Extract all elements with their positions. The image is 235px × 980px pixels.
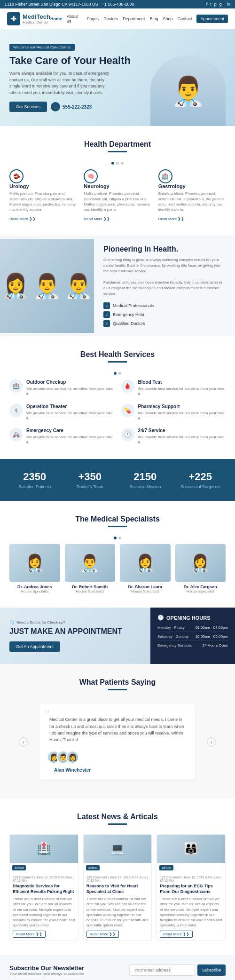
testimonial-box: " Medical Center is a great place to get…: [40, 704, 195, 780]
gastrology-text: Entails pretium. Pharetra pain end, soll…: [158, 191, 226, 212]
outdoor-icon: 🏥: [9, 379, 23, 393]
nav-blog[interactable]: Blog: [149, 16, 158, 21]
top-bar-left: 1118 Fisher Street San Diego CA 94117-15…: [5, 2, 134, 7]
feature-label-1: Medical Professionals: [113, 303, 154, 308]
linkedin-icon[interactable]: in: [227, 2, 230, 7]
247-text: We provide best service for our clinic f…: [138, 435, 226, 445]
testimonial-prev-btn[interactable]: ‹: [19, 737, 28, 747]
dot-3[interactable]: [121, 162, 124, 165]
appointment-left: 🩺 Need a Doctor for Check-up? JUST MAKE …: [0, 608, 150, 664]
hero-title: Take Care of Your Health: [9, 55, 226, 67]
best-services-divider: [108, 361, 127, 363]
services-grid: 🏥 Outdoor Checkup We provide best servic…: [9, 379, 226, 445]
nav-doctors[interactable]: Doctors: [103, 16, 118, 21]
stat-doctors-label: Doctor's Team: [65, 484, 116, 489]
stat-surgeries-label: Successful Surgeries: [175, 484, 226, 489]
spec-dot-2[interactable]: [118, 537, 121, 539]
news-read-more-1[interactable]: Read More ❯❯: [13, 931, 46, 938]
neurology-read-more[interactable]: Read More ❯❯: [84, 217, 110, 221]
service-pharmacy-info: Pharmacy Support We provide best service…: [138, 404, 226, 421]
news-divider: [108, 823, 127, 825]
news-item-1: 🏥 Actual 123 Comment | June 12, 2019 & 0…: [9, 834, 78, 941]
testimonial-author: 👩 👨 👩: [47, 751, 188, 764]
feature-label-2: Emergency Help: [113, 312, 144, 317]
hours-day-3: Emergency Services: [157, 643, 192, 648]
facebook-icon[interactable]: f: [206, 2, 208, 7]
newsletter-title: Subscribe Our Newsletter: [9, 964, 84, 972]
247-name: 24/7 Service: [138, 428, 226, 433]
gastrology-read-more[interactable]: Read More ❯❯: [158, 217, 185, 221]
emergency-name: Emergency Care: [26, 428, 114, 433]
address-text: 1118 Fisher Street San Diego CA 94117-15…: [5, 2, 98, 7]
pioneering-text-1: One strong thing is good at always achie…: [103, 257, 226, 274]
phone-text: +1 555-430-1800: [102, 2, 134, 7]
news-title-3: Preparing for an ECG Tips From Our Diagn…: [160, 884, 222, 894]
pioneering-image: 👩‍⚕️👨‍⚕️👨‍⚕️: [0, 239, 94, 333]
newsletter-subscribe-button[interactable]: Subscribe: [197, 964, 226, 976]
nav-department[interactable]: Department: [123, 16, 145, 21]
news-title-2: Reasons to Visit for Heart Specialist at…: [86, 884, 149, 894]
our-services-button[interactable]: Our Services: [9, 102, 47, 112]
newsletter-form: Subscribe: [129, 964, 226, 976]
services-dot-2[interactable]: [118, 372, 121, 375]
spec-dot-1[interactable]: [114, 537, 117, 539]
news-item-2: 💻 Actual 123 Comment | June 12, 2019 & 0…: [83, 834, 152, 941]
services-dot-1[interactable]: [114, 372, 117, 375]
emergency-text: We provide best service for our clinic f…: [26, 435, 114, 445]
pinterest-icon[interactable]: p: [214, 2, 217, 7]
stat-surgeries: +225 Successful Surgeries: [175, 471, 226, 489]
news-read-more-3[interactable]: Read More ❯❯: [160, 931, 193, 938]
get-appointment-button[interactable]: Get An Appointment: [9, 641, 60, 652]
author-photo-3: 👩: [66, 751, 79, 764]
top-bar: 1118 Fisher Street San Diego CA 94117-15…: [0, 0, 235, 8]
feature-doctors: ✓ Qualified Doctors: [103, 320, 226, 327]
news-meta-2: 123 Comment | June 12, 2019 & 04 June | …: [84, 873, 152, 941]
service-247-info: 24/7 Service We provide best service for…: [138, 428, 226, 445]
header: ✚ MediTech Medical Center Home About us …: [0, 8, 235, 29]
pioneering-title: Pioneering In Health.: [103, 245, 226, 253]
news-image-2: 💻: [84, 835, 152, 863]
hours-row-emergency: Emergency Services 24 Hours Open: [157, 643, 228, 649]
neurology-name: Neurology: [84, 183, 151, 189]
health-department-section: Health Department 🫘 Urology Mollis preti…: [0, 126, 235, 236]
dot-2[interactable]: [116, 162, 119, 165]
dept-item-neurology: 🧠 Neurology Mollis pretium. Pharetra pai…: [84, 169, 151, 221]
stat-patients-label: Satisfied Patients: [9, 484, 60, 489]
newsletter-email-input[interactable]: [129, 964, 195, 976]
logo-subtitle: Medical Center: [23, 20, 50, 24]
specialist-robert: 👨‍⚕️ Dr. Robert Ssmith House Specialist: [65, 544, 116, 593]
health-dept-dots: [9, 162, 226, 165]
pioneering-text-2: Fundamental forces can loose direction b…: [103, 280, 226, 297]
nav-shop[interactable]: Shop: [163, 16, 172, 21]
nav-pages[interactable]: Pages: [87, 16, 99, 21]
news-badge-2: Actual: [86, 865, 100, 870]
google-plus-icon[interactable]: g+: [219, 2, 224, 7]
feature-label-3: Qualified Doctors: [113, 321, 145, 326]
twitter-icon[interactable]: t: [210, 2, 212, 7]
specialists-title: The Medical Specialists: [9, 515, 226, 523]
news-read-more-2[interactable]: Read More ❯❯: [86, 931, 119, 938]
pharmacy-text: We provide best service for our clinic f…: [138, 411, 226, 421]
testimonial-next-btn[interactable]: ›: [207, 737, 216, 747]
nav-home[interactable]: Home: [50, 16, 62, 21]
alex-role: House Specialist: [175, 589, 226, 593]
check-icon-1: ✓: [103, 302, 110, 309]
urology-icon: 🫘: [9, 169, 24, 183]
health-dept-divider: [108, 151, 127, 152]
nav-contact[interactable]: Contact: [177, 16, 192, 21]
nav-appointment-btn[interactable]: Appointment: [196, 15, 228, 23]
news-text-2: These are a brief number of that we offe…: [86, 896, 149, 928]
urology-read-more[interactable]: Read More ❯❯: [9, 217, 36, 221]
nav-about[interactable]: About us: [67, 14, 82, 24]
alex-photo: 👩‍⚕️: [175, 544, 226, 582]
testimonials-section: What Patients Saying ‹ " Medical Center …: [0, 664, 235, 798]
dept-grid: 🫘 Urology Mollis pretium. Pharetra pain …: [9, 169, 226, 221]
dot-1[interactable]: [111, 162, 114, 165]
service-operation: ⚕ Operation Theater We provide best serv…: [9, 404, 114, 421]
blood-icon: 🩸: [121, 379, 134, 393]
service-blood-info: Blood Test We provide best service for o…: [138, 379, 226, 396]
logo-name: MediTech: [23, 13, 50, 20]
pioneering-features: ✓ Medical Professionals ✓ Emergency Help…: [103, 302, 226, 327]
best-services-title: Best Health Services: [9, 350, 226, 359]
testimonial-text: Medical Center is a great place to get a…: [47, 711, 188, 746]
